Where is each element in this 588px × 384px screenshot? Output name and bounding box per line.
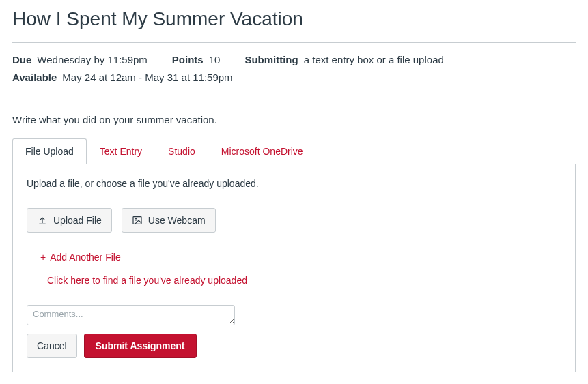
use-webcam-label: Use Webcam [148,215,206,226]
tab-onedrive[interactable]: Microsoft OneDrive [208,138,316,164]
svg-point-1 [135,218,137,220]
meta-submitting: Submittinga text entry box or a file upl… [244,51,443,69]
upload-file-label: Upload File [53,215,102,226]
submission-tabs: File Upload Text Entry Studio Microsoft … [12,138,576,164]
tab-text-entry[interactable]: Text Entry [87,138,155,164]
image-icon [132,215,143,226]
tab-studio[interactable]: Studio [155,138,208,164]
upload-icon [37,215,48,226]
upload-hint: Upload a file, or choose a file you've a… [27,178,561,189]
meta-points-label: Points [172,54,204,65]
use-webcam-button[interactable]: Use Webcam [122,208,216,233]
upload-file-button[interactable]: Upload File [27,208,112,233]
submit-assignment-button[interactable]: Submit Assignment [84,334,197,358]
comments-input[interactable] [27,305,235,325]
assignment-meta: DueWednesday by 11:59pm Points10 Submitt… [12,42,576,93]
find-existing-file-link[interactable]: Click here to find a file you've already… [47,275,247,286]
meta-points-value: 10 [209,54,221,65]
meta-due-value: Wednesday by 11:59pm [37,54,148,65]
meta-available: AvailableMay 24 at 12am - May 31 at 11:5… [12,69,233,87]
meta-points: Points10 [172,51,221,69]
add-another-file-label: Add Another File [50,252,121,263]
meta-due: DueWednesday by 11:59pm [12,51,148,69]
tab-file-upload[interactable]: File Upload [12,138,87,164]
meta-due-label: Due [12,54,31,65]
file-upload-panel: Upload a file, or choose a file you've a… [12,164,576,372]
plus-icon: + [40,252,46,263]
svg-rect-0 [133,217,141,224]
page-title: How I Spent My Summer Vacation [12,8,576,30]
meta-submitting-value: a text entry box or a file upload [304,54,444,65]
assignment-instructions: Write what you did on your summer vacati… [12,114,576,125]
add-another-file-link[interactable]: + Add Another File [40,252,121,263]
meta-submitting-label: Submitting [244,54,298,65]
meta-available-label: Available [12,72,57,83]
cancel-button[interactable]: Cancel [27,334,77,358]
meta-available-value: May 24 at 12am - May 31 at 11:59pm [62,72,232,83]
